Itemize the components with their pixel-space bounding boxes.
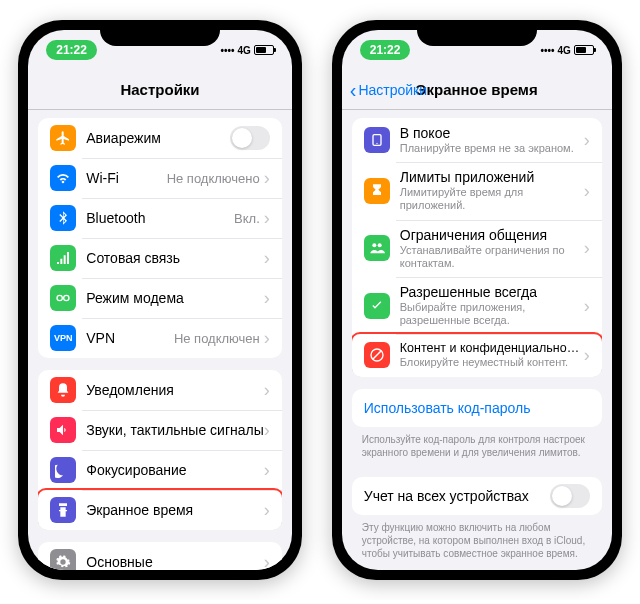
cellular-icon: [50, 245, 76, 271]
row-bluetooth[interactable]: Bluetooth Вкл. ›: [38, 198, 281, 238]
back-label: Настройки: [358, 82, 427, 98]
signal-icon: ••••: [540, 45, 554, 56]
status-indicators: •••• 4G: [540, 45, 593, 56]
check-icon: [364, 293, 390, 319]
hourglass-icon: [364, 178, 390, 204]
group-passcode: Использовать код-пароль: [352, 389, 602, 427]
airplane-toggle[interactable]: [230, 126, 270, 150]
vpn-label: VPN: [86, 330, 115, 346]
network-label: 4G: [237, 45, 250, 56]
row-wifi[interactable]: Wi-Fi Не подключено ›: [38, 158, 281, 198]
notch: [100, 20, 220, 46]
row-general[interactable]: Основные ›: [38, 542, 281, 570]
hotspot-icon: [50, 285, 76, 311]
gear-icon: [50, 549, 76, 570]
screen-left: 21:22 •••• 4G Настройки Авиарежим Wi-Fi: [28, 30, 291, 570]
wifi-detail: Не подключено: [167, 171, 260, 186]
page-title: Экранное время: [416, 81, 538, 98]
content-sub: Блокируйте неуместный контент.: [400, 356, 584, 369]
battery-icon: [574, 45, 594, 55]
page-title: Настройки: [120, 81, 199, 98]
group-limits: В покое Планируйте время не за экраном. …: [352, 118, 602, 377]
row-vpn[interactable]: VPN VPN Не подключен ›: [38, 318, 281, 358]
share-footer: Эту функцию можно включить на любом устр…: [342, 515, 612, 566]
chevron-icon: ›: [264, 329, 270, 347]
chevron-icon: ›: [584, 297, 590, 315]
chevron-icon: ›: [264, 249, 270, 267]
phone-left: 21:22 •••• 4G Настройки Авиарежим Wi-Fi: [18, 20, 301, 580]
row-downtime[interactable]: В покое Планируйте время не за экраном. …: [352, 118, 602, 162]
time-pill: 21:22: [360, 40, 411, 60]
cellular-label: Сотовая связь: [86, 250, 180, 266]
wifi-label: Wi-Fi: [86, 170, 119, 186]
comm-sub: Устанавливайте ограничения по контактам.: [400, 244, 584, 270]
comm-label: Ограничения общения: [400, 227, 584, 243]
chevron-icon: ›: [584, 182, 590, 200]
row-share-devices[interactable]: Учет на всех устройствах: [352, 477, 602, 515]
hotspot-label: Режим модема: [86, 290, 184, 306]
sounds-icon: [50, 417, 76, 443]
row-cellular[interactable]: Сотовая связь ›: [38, 238, 281, 278]
screentime-list[interactable]: В покое Планируйте время не за экраном. …: [342, 110, 612, 570]
notifications-label: Уведомления: [86, 382, 174, 398]
chevron-icon: ›: [264, 289, 270, 307]
row-applimits[interactable]: Лимиты приложений Лимитируйте время для …: [352, 162, 602, 219]
chevron-icon: ›: [264, 381, 270, 399]
downtime-icon: [364, 127, 390, 153]
navbar: Настройки: [28, 70, 291, 110]
chevron-icon: ›: [264, 209, 270, 227]
applimits-sub: Лимитируйте время для приложений.: [400, 186, 584, 212]
screentime-label: Экранное время: [86, 502, 193, 518]
row-always-allowed[interactable]: Разрешенные всегда Выбирайте приложения,…: [352, 277, 602, 334]
airplane-icon: [50, 125, 76, 151]
focus-label: Фокусирование: [86, 462, 186, 478]
content-label: Контент и конфиденциальность: [400, 341, 584, 355]
network-label: 4G: [557, 45, 570, 56]
focus-icon: [50, 457, 76, 483]
chevron-left-icon: ‹: [350, 80, 357, 100]
status-indicators: •••• 4G: [220, 45, 273, 56]
row-communication[interactable]: Ограничения общения Устанавливайте огран…: [352, 220, 602, 277]
back-button[interactable]: ‹ Настройки: [350, 80, 427, 100]
downtime-sub: Планируйте время не за экраном.: [400, 142, 584, 155]
group-general: Основные › Пункт управления › AA Экран и…: [38, 542, 281, 570]
screen-right: 21:22 •••• 4G ‹ Настройки Экранное время…: [342, 30, 612, 570]
svg-point-14: [377, 244, 381, 248]
share-toggle[interactable]: [550, 484, 590, 508]
svg-point-12: [376, 143, 377, 144]
row-screentime[interactable]: Экранное время ›: [38, 490, 281, 530]
notch: [417, 20, 537, 46]
svg-point-0: [57, 295, 62, 300]
time-pill: 21:22: [46, 40, 97, 60]
always-label: Разрешенные всегда: [400, 284, 584, 300]
vpn-icon: VPN: [50, 325, 76, 351]
row-hotspot[interactable]: Режим модема ›: [38, 278, 281, 318]
row-focus[interactable]: Фокусирование ›: [38, 450, 281, 490]
row-notifications[interactable]: Уведомления ›: [38, 370, 281, 410]
row-passcode[interactable]: Использовать код-пароль: [352, 389, 602, 427]
row-sounds[interactable]: Звуки, тактильные сигналы ›: [38, 410, 281, 450]
always-sub: Выбирайте приложения, разрешенные всегда…: [400, 301, 584, 327]
navbar: ‹ Настройки Экранное время: [342, 70, 612, 110]
group-share: Учет на всех устройствах: [352, 477, 602, 515]
share-label: Учет на всех устройствах: [364, 488, 529, 504]
svg-point-1: [64, 295, 69, 300]
bluetooth-icon: [50, 205, 76, 231]
wifi-icon: [50, 165, 76, 191]
chevron-icon: ›: [264, 169, 270, 187]
bluetooth-detail: Вкл.: [234, 211, 260, 226]
chevron-icon: ›: [264, 421, 270, 439]
row-airplane[interactable]: Авиарежим: [38, 118, 281, 158]
notifications-icon: [50, 377, 76, 403]
phone-right: 21:22 •••• 4G ‹ Настройки Экранное время…: [332, 20, 622, 580]
settings-list[interactable]: Авиарежим Wi-Fi Не подключено › Bluetoot…: [28, 110, 291, 570]
svg-line-16: [373, 351, 381, 359]
chevron-icon: ›: [264, 553, 270, 570]
svg-point-13: [372, 244, 376, 248]
chevron-icon: ›: [584, 239, 590, 257]
row-content-privacy[interactable]: Контент и конфиденциальность Блокируйте …: [352, 334, 602, 376]
signal-icon: ••••: [220, 45, 234, 56]
screentime-icon: [50, 497, 76, 523]
restriction-icon: [364, 342, 390, 368]
group-connectivity: Авиарежим Wi-Fi Не подключено › Bluetoot…: [38, 118, 281, 358]
